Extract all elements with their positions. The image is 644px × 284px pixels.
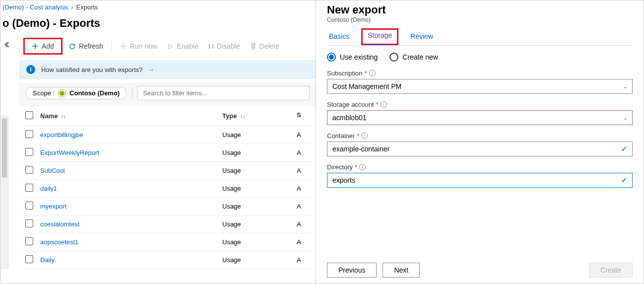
storage-mode-radio-group: Use existing Create new (327, 53, 633, 62)
exports-list-pane: (Demo) - Cost analysis › Exports o (Demo… (0, 0, 316, 284)
add-button-highlight: Add (23, 38, 63, 55)
radio-icon (327, 53, 336, 62)
table-row[interactable]: DailyUsageA (19, 251, 316, 269)
radio-create-label: Create new (402, 53, 438, 61)
table-row[interactable]: ExportWeeklyReportUsageA (19, 144, 316, 162)
directory-input[interactable] (327, 173, 633, 188)
col-name-header[interactable]: Name (40, 112, 58, 120)
scope-filter-row: Scope : Contoso (Demo) (19, 83, 316, 106)
radio-create-new[interactable]: Create new (389, 53, 438, 62)
export-type: Usage (222, 238, 297, 246)
export-name-link[interactable]: coeslalomtest (40, 220, 79, 228)
table-row[interactable]: daily1UsageA (19, 180, 316, 198)
row-checkbox[interactable] (25, 130, 33, 138)
vertical-scrollbar[interactable] (0, 115, 8, 269)
delete-label: Delete (259, 42, 279, 50)
col-s-header[interactable]: S (297, 111, 310, 121)
export-name-link[interactable]: SubCost (40, 167, 65, 174)
row-checkbox[interactable] (25, 202, 33, 210)
row-checkbox[interactable] (25, 237, 33, 245)
sort-icon[interactable]: ↑↓ (240, 113, 245, 119)
table-row[interactable]: SubCostUsageA (19, 162, 316, 180)
row-checkbox[interactable] (25, 255, 33, 263)
radio-use-existing[interactable]: Use existing (327, 53, 378, 62)
breadcrumb-parent[interactable]: (Demo) - Cost analysis (2, 3, 68, 11)
enable-button[interactable]: Enable (163, 40, 202, 52)
export-type: Usage (222, 149, 297, 156)
scope-selector[interactable]: Scope : Contoso (Demo) (25, 87, 127, 99)
subscription-field: Subscription * i ⌄ (327, 70, 633, 94)
export-status: A (297, 185, 310, 192)
chevron-right-icon: › (71, 3, 73, 11)
export-status: A (297, 238, 310, 246)
export-name-link[interactable]: exportbillingjbe (40, 131, 83, 139)
info-icon[interactable]: i (359, 164, 366, 170)
plus-icon (32, 43, 39, 50)
delete-button[interactable]: Delete (246, 40, 283, 52)
export-name-link[interactable]: aopscoetest1 (40, 238, 78, 246)
new-export-panel: New export Contoso (Demo) Basics Storage… (316, 0, 644, 284)
scope-value: Contoso (Demo) (69, 89, 120, 97)
export-type: Usage (222, 167, 297, 174)
container-input[interactable] (327, 142, 633, 156)
sort-icon[interactable]: ↑↓ (61, 113, 66, 119)
filter-input[interactable] (137, 86, 310, 100)
tab-basics[interactable]: Basics (327, 28, 351, 45)
directory-field: Directory * i ✓ (327, 163, 633, 188)
table-row[interactable]: exportbillingjbeUsageA (19, 126, 316, 144)
export-name-link[interactable]: Daily (40, 256, 55, 264)
export-type: Usage (222, 220, 297, 228)
export-status: A (297, 149, 310, 156)
info-icon[interactable]: i (369, 70, 376, 76)
export-type: Usage (222, 203, 297, 210)
refresh-label: Refresh (79, 42, 103, 50)
tab-review[interactable]: Review (408, 28, 435, 45)
row-checkbox[interactable] (25, 166, 33, 174)
info-icon[interactable]: i (361, 133, 368, 139)
subscription-select[interactable] (327, 79, 633, 94)
exports-table: Name↑↓ Type↑↓ S exportbillingjbeUsageAEx… (19, 106, 316, 269)
play-icon (167, 43, 174, 50)
table-row[interactable]: myexportUsageA (19, 198, 316, 215)
export-status: A (297, 256, 310, 264)
row-checkbox[interactable] (25, 219, 33, 227)
storage-account-select[interactable] (327, 110, 633, 125)
refresh-icon (68, 43, 76, 50)
scrollbar-thumb[interactable] (2, 118, 7, 178)
previous-button[interactable]: Previous (327, 263, 377, 278)
feedback-arrow-icon[interactable]: → (147, 66, 154, 73)
storage-account-label: Storage account (327, 101, 374, 108)
create-button[interactable]: Create (589, 263, 633, 278)
directory-label: Directory (327, 163, 353, 171)
add-label: Add (42, 42, 54, 50)
container-label: Container (327, 132, 355, 140)
export-name-link[interactable]: daily1 (40, 185, 57, 192)
row-checkbox[interactable] (25, 184, 33, 192)
disable-button[interactable]: Disable (204, 40, 244, 52)
table-row[interactable]: coeslalomtestUsageA (19, 215, 316, 233)
row-checkbox[interactable] (25, 148, 33, 156)
breadcrumb: (Demo) - Cost analysis › Exports (0, 0, 316, 14)
table-row[interactable]: aopscoetest1UsageA (19, 233, 316, 251)
export-name-link[interactable]: ExportWeeklyReport (40, 149, 99, 156)
refresh-button[interactable]: Refresh (64, 40, 107, 52)
run-now-button[interactable]: Run now (116, 40, 161, 52)
export-name-link[interactable]: myexport (40, 203, 66, 210)
disable-label: Disable (217, 42, 240, 50)
panel-subtitle: Contoso (Demo) (327, 16, 633, 23)
info-icon: i (26, 65, 35, 74)
select-all-checkbox[interactable] (25, 111, 33, 119)
add-button[interactable]: Add (28, 40, 58, 52)
info-icon[interactable]: i (381, 101, 387, 108)
panel-title: New export (327, 3, 633, 16)
export-type: Usage (222, 185, 297, 192)
tab-storage[interactable]: Storage (366, 27, 394, 45)
scope-separator (132, 88, 132, 99)
table-header: Name↑↓ Type↑↓ S (19, 106, 316, 126)
export-status: A (297, 220, 310, 228)
feedback-info-bar: i How satisfied are you with exports? → (19, 60, 316, 79)
tab-storage-highlight: Storage (361, 28, 398, 45)
col-type-header[interactable]: Type (222, 112, 237, 120)
collapse-sidebar-button[interactable] (2, 39, 13, 51)
next-button[interactable]: Next (383, 263, 420, 278)
